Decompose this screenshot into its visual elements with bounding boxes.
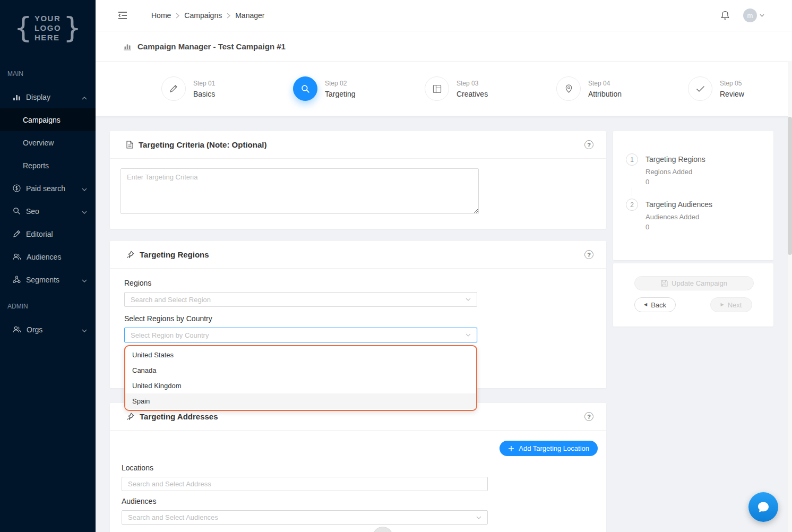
sidebar-item-editorial[interactable]: Editorial bbox=[0, 222, 96, 245]
sidebar-item-label: Segments bbox=[26, 276, 59, 284]
pushpin-icon bbox=[126, 413, 134, 421]
scrollbar-thumb[interactable] bbox=[788, 117, 792, 255]
sidebar-item-orgs[interactable]: Orgs bbox=[0, 318, 96, 341]
card-title: Targeting Addresses bbox=[140, 412, 218, 421]
summary-title: Targeting Audiences bbox=[645, 199, 712, 209]
dropdown-option-canada[interactable]: Canada bbox=[125, 363, 476, 378]
chevron-up-icon bbox=[82, 93, 87, 101]
update-campaign-button[interactable]: Update Campaign bbox=[634, 276, 754, 290]
nav-section-main: MAIN bbox=[7, 70, 96, 78]
chevron-right-icon bbox=[227, 13, 230, 19]
pencil-icon bbox=[161, 76, 186, 101]
chevron-down-icon bbox=[466, 298, 471, 301]
dropdown-option-united-states[interactable]: United States bbox=[125, 347, 476, 363]
help-icon[interactable]: ? bbox=[584, 412, 593, 421]
map-pin-icon bbox=[556, 76, 581, 101]
step-review[interactable]: Step 05 Review bbox=[688, 76, 792, 101]
dollar-circle-icon bbox=[13, 184, 21, 192]
sidebar-item-campaigns[interactable]: Campaigns bbox=[0, 108, 96, 131]
targeting-criteria-card: Targeting Criteria (Note: Optional) ? bbox=[110, 131, 606, 229]
avatar[interactable]: m bbox=[743, 8, 757, 22]
page-title: Campaign Manager - Test Campaign #1 bbox=[137, 42, 286, 51]
main-area: Home Campaigns Manager m bbox=[96, 0, 792, 532]
chevron-down-icon bbox=[476, 516, 481, 519]
country-dropdown: United States Canada United Kingdom Spai… bbox=[124, 345, 477, 411]
chevron-down-icon bbox=[82, 207, 87, 216]
sidebar-item-overview[interactable]: Overview bbox=[0, 131, 96, 154]
step-creatives[interactable]: Step 03 Creatives bbox=[425, 76, 556, 101]
pushpin-icon bbox=[126, 251, 134, 259]
chevron-right-icon bbox=[176, 13, 179, 19]
sidebar-item-label: Paid search bbox=[26, 184, 65, 193]
step-connector-line bbox=[632, 188, 632, 196]
logo-line: HERE bbox=[35, 33, 61, 42]
chevron-down-icon bbox=[82, 276, 87, 284]
save-icon bbox=[661, 280, 668, 287]
segments-icon bbox=[13, 276, 21, 284]
nav-section-admin: ADMIN bbox=[7, 303, 96, 311]
plus-icon bbox=[508, 445, 514, 452]
step-label: Attribution bbox=[588, 90, 622, 98]
step-targeting[interactable]: Step 02 Targeting bbox=[293, 76, 425, 101]
summary-item-regions: 1 Targeting Regions Regions Added 0 bbox=[626, 153, 761, 186]
breadcrumb: Home Campaigns Manager bbox=[151, 11, 264, 20]
notifications-bell-icon[interactable] bbox=[721, 11, 729, 20]
sidebar-item-label: Campaigns bbox=[23, 116, 61, 124]
dropdown-option-united-kingdom[interactable]: United Kingdom bbox=[125, 378, 476, 393]
locations-input[interactable] bbox=[122, 477, 488, 491]
step-label: Review bbox=[720, 90, 744, 98]
menu-fold-icon[interactable] bbox=[118, 12, 127, 19]
step-attribution[interactable]: Step 04 Attribution bbox=[556, 76, 688, 101]
step-label: Targeting bbox=[325, 90, 356, 98]
breadcrumb-campaigns[interactable]: Campaigns bbox=[184, 11, 222, 20]
sidebar-item-display[interactable]: Display bbox=[0, 85, 96, 108]
step-number: Step 04 bbox=[588, 80, 622, 87]
step-number: Step 01 bbox=[193, 80, 215, 87]
back-button[interactable]: ◀ Back bbox=[634, 297, 676, 312]
stepper: Step 01 Basics Step 02 Targeting Step bbox=[96, 61, 792, 116]
sidebar-item-label: Orgs bbox=[27, 325, 42, 334]
step-number: Step 03 bbox=[457, 80, 488, 87]
targeting-criteria-textarea[interactable] bbox=[120, 168, 479, 214]
card-title: Targeting Regions bbox=[140, 250, 209, 259]
button-label: Next bbox=[728, 301, 742, 309]
topbar: Home Campaigns Manager m bbox=[96, 0, 792, 31]
content: Targeting Criteria (Note: Optional) ? Ta… bbox=[96, 116, 792, 532]
users-icon bbox=[13, 326, 21, 333]
sidebar-item-paid-search[interactable]: Paid search bbox=[0, 177, 96, 200]
add-targeting-location-button[interactable]: Add Targeting Location bbox=[500, 441, 598, 456]
help-icon[interactable]: ? bbox=[584, 140, 593, 149]
chevron-down-icon bbox=[466, 333, 471, 337]
breadcrumb-home[interactable]: Home bbox=[151, 11, 171, 20]
caret-left-icon: ◀ bbox=[644, 303, 647, 307]
chat-launcher-button[interactable] bbox=[748, 492, 778, 522]
step-basics[interactable]: Step 01 Basics bbox=[161, 76, 293, 101]
sidebar-item-segments[interactable]: Segments bbox=[0, 268, 96, 291]
sidebar-item-label: Seo bbox=[26, 207, 39, 216]
step-number-badge: 2 bbox=[626, 199, 638, 211]
region-select[interactable]: Search and Select Region bbox=[124, 292, 477, 307]
scrollbar-track[interactable] bbox=[788, 61, 792, 532]
dropdown-option-spain[interactable]: Spain bbox=[125, 393, 476, 409]
summary-count: 0 bbox=[645, 223, 712, 231]
locations-label: Locations bbox=[122, 464, 598, 473]
audiences-label: Audiences bbox=[122, 497, 598, 506]
targeting-summary-card: 1 Targeting Regions Regions Added 0 2 Ta… bbox=[613, 131, 773, 260]
sidebar-item-seo[interactable]: Seo bbox=[0, 200, 96, 222]
audiences-select[interactable]: Search and Select Audiences bbox=[122, 510, 488, 525]
search-icon bbox=[293, 76, 317, 101]
country-select[interactable]: Select Region by Country bbox=[124, 328, 477, 342]
user-menu[interactable]: m bbox=[743, 8, 764, 22]
file-text-icon bbox=[126, 141, 133, 149]
help-icon[interactable]: ? bbox=[584, 250, 593, 259]
check-icon bbox=[688, 76, 712, 101]
button-label: Add Targeting Location bbox=[519, 444, 589, 452]
regions-label: Regions bbox=[124, 279, 593, 288]
sidebar-item-reports[interactable]: Reports bbox=[0, 154, 96, 177]
step-label: Creatives bbox=[457, 90, 488, 98]
next-button[interactable]: ▶ Next bbox=[710, 297, 752, 312]
actions-card: Update Campaign ◀ Back ▶ Next bbox=[613, 263, 773, 327]
sidebar-item-audiences[interactable]: Audiences bbox=[0, 245, 96, 268]
sidebar-item-label: Editorial bbox=[26, 230, 53, 238]
users-icon bbox=[13, 253, 21, 260]
